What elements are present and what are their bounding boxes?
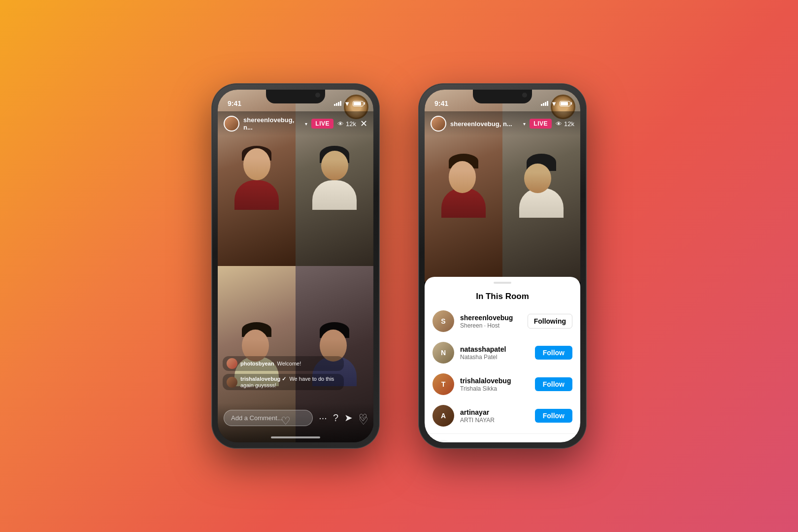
viewer-number-1: 12k (346, 120, 356, 128)
live-badge-1: LIVE (311, 119, 333, 129)
chevron-down-icon-1: ▾ (305, 121, 307, 127)
close-button-1[interactable]: ✕ (360, 118, 367, 129)
user-name-trishala: Trishala Sikka (460, 385, 529, 392)
user-row-shereen[interactable]: S shereenlovebug Shereen · Host Followin… (425, 305, 580, 337)
signal-icon-1 (334, 101, 341, 106)
avatar-shereen: S (432, 310, 454, 332)
question-icon-1[interactable]: ? (333, 412, 338, 424)
comment-text-2: trishalalovebug ✓ We have to do this aga… (240, 376, 340, 388)
comment-row-1: photosbyean Welcome! (223, 356, 344, 371)
signal-icon-2 (541, 101, 548, 106)
user-name-arti: ARTI NAYAR (460, 417, 529, 424)
app-container: ♡ ♡ 9:41 (212, 84, 586, 448)
battery-icon-1 (353, 101, 364, 106)
header-username-2: shereenlovebug, n... (450, 120, 519, 128)
commenter-avatar-2 (227, 377, 237, 388)
comment-row-2: trishalalovebug ✓ We have to do this aga… (223, 374, 344, 390)
chevron-down-icon-2: ▾ (523, 121, 526, 127)
home-indicator-1 (271, 436, 320, 438)
viewers-count-2: 👁 12k (556, 120, 574, 128)
request-join-icon (432, 440, 454, 442)
phone-1-screen: ♡ ♡ 9:41 (218, 90, 373, 442)
status-icons-2: ▼ (541, 100, 570, 107)
header-username-1: shereenlovebug, n... (243, 116, 301, 131)
modal-title: In This Room (425, 284, 580, 305)
battery-icon-2 (560, 101, 570, 106)
time-1: 9:41 (228, 100, 241, 107)
user-row-trishala[interactable]: T trishalalovebug Trishala Sikka Follow (425, 368, 580, 400)
commenter-name-2: trishalalovebug ✓ (240, 376, 286, 382)
user-name-natasha: Natasha Patel (460, 354, 529, 361)
status-bar-1: 9:41 ▼ (218, 90, 373, 111)
viewer-number-2: 12k (564, 120, 574, 128)
user-row-arti[interactable]: A artinayar ARTI NAYAR Follow (425, 400, 580, 432)
phone-1: ♡ ♡ 9:41 (212, 84, 379, 448)
follow-button-natasha[interactable]: Follow (535, 346, 572, 360)
header-avatar-1 (224, 116, 239, 132)
eye-icon-1: 👁 (337, 120, 344, 128)
heart-icon-bottom-1[interactable]: ♡ (359, 412, 367, 424)
user-handle-natasha: natasshapatel (460, 345, 529, 353)
status-bar-2: 9:41 ▼ (425, 90, 580, 111)
status-icons-1: ▼ (334, 100, 364, 107)
live-header-2: shereenlovebug, n... ▾ LIVE 👁 12k (425, 111, 580, 136)
time-2: 9:41 (434, 100, 448, 107)
comment-input-1[interactable]: Add a Comment... (224, 410, 313, 426)
follow-button-trishala[interactable]: Follow (535, 377, 572, 391)
comments-overlay-1: photosbyean Welcome! trishalalovebug ✓ W… (223, 356, 344, 393)
user-info-trishala: trishalalovebug Trishala Sikka (460, 377, 529, 392)
wifi-icon-2: ▼ (551, 100, 557, 107)
following-button-shereen[interactable]: Following (528, 314, 572, 329)
phone-2-screen: 9:41 ▼ shereenlovebug, n (425, 90, 580, 442)
follow-button-arti[interactable]: Follow (535, 409, 572, 423)
commenter-avatar-1 (227, 358, 237, 369)
modal-sheet: In This Room S shereenlovebug Shereen · … (425, 277, 580, 442)
user-row-natasha[interactable]: N natasshapatel Natasha Patel Follow (425, 337, 580, 368)
user-handle-shereen: shereenlovebug (460, 314, 522, 322)
comment-text-1: photosbyean Welcome! (240, 361, 301, 366)
live-header-1: shereenlovebug, n... ▾ LIVE 👁 12k ✕ (218, 111, 373, 136)
commenter-name-1: photosbyean (240, 361, 274, 366)
avatar-trishala: T (432, 373, 454, 395)
eye-icon-2: 👁 (556, 120, 562, 128)
more-icon-1[interactable]: ··· (319, 412, 327, 424)
user-info-shereen: shereenlovebug Shereen · Host (460, 314, 522, 329)
send-icon-1[interactable]: ➤ (344, 412, 353, 424)
user-info-natasha: natasshapatel Natasha Patel (460, 345, 529, 361)
home-indicator-2 (478, 436, 527, 438)
wifi-icon-1: ▼ (344, 100, 350, 107)
avatar-natasha: N (432, 342, 454, 364)
user-handle-trishala: trishalalovebug (460, 377, 529, 385)
phone-2: 9:41 ▼ shereenlovebug, n (419, 84, 586, 448)
user-handle-arti: artinayar (460, 408, 529, 416)
user-info-arti: artinayar ARTI NAYAR (460, 408, 529, 424)
user-name-shereen: Shereen · Host (460, 322, 522, 329)
avatar-arti: A (432, 405, 454, 427)
live-badge-2: LIVE (530, 119, 552, 129)
header-avatar-2 (431, 116, 446, 132)
viewers-count-1: 👁 12k (337, 120, 356, 128)
